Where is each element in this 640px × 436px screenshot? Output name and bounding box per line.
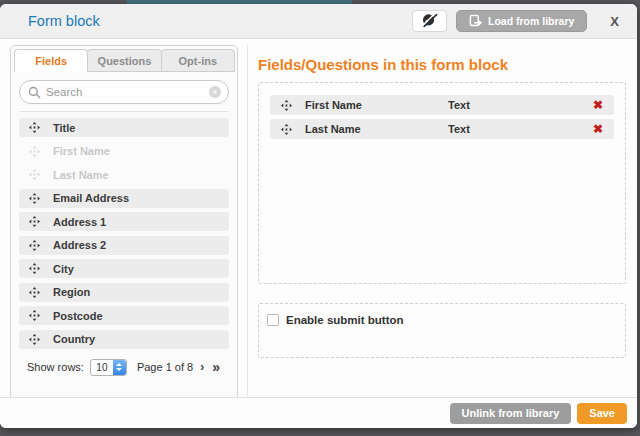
search-icon [28,85,41,103]
last-page-icon[interactable]: » [211,359,221,375]
show-rows-label: Show rows: [27,361,84,373]
modal-header: Form block [0,4,637,39]
show-rows-select[interactable]: 10 [90,359,127,376]
form-block-contents: Fields/Questions in this form block Firs… [258,45,626,358]
search-box: × [19,80,229,104]
move-icon [29,263,40,274]
show-rows-value: 10 [91,362,113,373]
move-icon [281,124,292,135]
modal-footer: Unlink from library Save [0,397,637,428]
field-item-region[interactable]: Region [19,283,229,302]
tab-questions[interactable]: Questions [87,49,161,72]
search-input[interactable] [19,80,229,104]
move-icon [29,122,40,133]
page-title: Fields/Questions in this form block [258,56,626,73]
submit-option-box: Enable submit button [258,303,626,358]
move-icon [29,193,40,204]
library-icon [469,14,482,29]
load-from-library-label: Load from library [488,15,574,27]
tab-opt-ins[interactable]: Opt-ins [161,49,235,72]
field-list: Title First Name Last Name Email Address… [11,118,237,349]
next-page-icon[interactable]: › [199,360,205,374]
enable-submit-label: Enable submit button [286,314,404,326]
move-icon [29,334,40,345]
field-item-address-2[interactable]: Address 2 [19,236,229,255]
field-item-city[interactable]: City [19,259,229,278]
field-item-first-name: First Name [19,142,229,161]
block-row-first-name[interactable]: First Name Text ✖ [270,95,614,115]
move-icon [29,310,40,321]
page-indicator: Page 1 of 8 [137,361,193,373]
block-row-last-name[interactable]: Last Name Text ✖ [270,119,614,139]
tab-fields[interactable]: Fields [14,49,88,72]
field-item-country[interactable]: Country [19,330,229,349]
search-divider [19,111,229,112]
field-item-postcode[interactable]: Postcode [19,306,229,325]
load-from-library-button[interactable]: Load from library [456,10,587,32]
delete-icon[interactable]: ✖ [593,99,603,111]
move-icon [29,216,40,227]
move-icon [29,169,40,180]
block-fields-dropzone: First Name Text ✖ Last Name Text ✖ [258,82,626,284]
field-item-last-name: Last Name [19,165,229,184]
move-icon [29,287,40,298]
field-item-email-address[interactable]: Email Address [19,189,229,208]
move-icon [29,240,40,251]
clear-search-icon[interactable]: × [209,86,221,98]
panel-divider [247,45,248,397]
enable-submit-checkbox[interactable] [267,314,279,326]
fields-panel: Fields Questions Opt-ins × Title First [10,45,238,400]
pagination: Show rows: 10 Page 1 of 8 › » [11,359,237,376]
field-item-address-1[interactable]: Address 1 [19,212,229,231]
unlink-from-library-button[interactable]: Unlink from library [450,403,572,424]
chevron-up-down-icon [113,360,126,375]
form-block-modal: Form block [0,4,637,428]
panel-tabs: Fields Questions Opt-ins [11,49,237,72]
move-icon [29,146,40,157]
palette-icon [420,11,438,31]
close-icon[interactable]: X [606,12,623,31]
save-button[interactable]: Save [577,403,627,424]
delete-icon[interactable]: ✖ [593,123,603,135]
modal-title: Form block [28,13,100,29]
field-item-title[interactable]: Title [19,118,229,137]
style-button[interactable] [412,10,447,32]
move-icon [281,100,292,111]
